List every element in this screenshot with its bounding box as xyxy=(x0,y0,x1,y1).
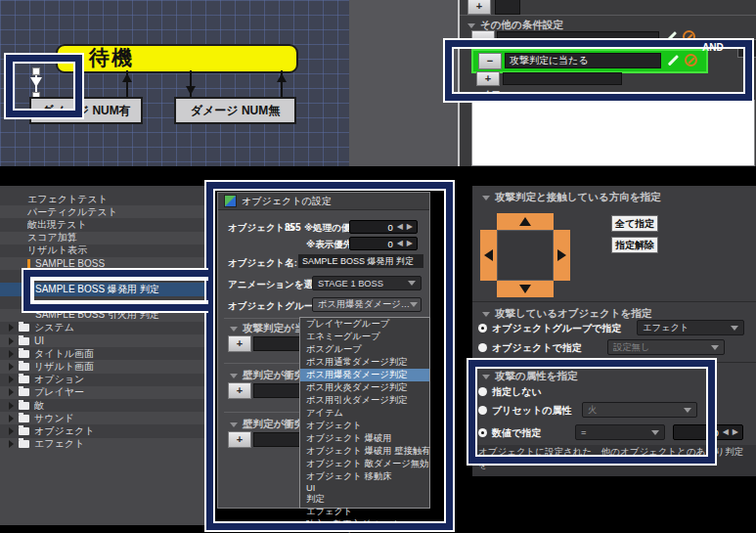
add-wall-condition-button[interactable]: + xyxy=(228,382,251,399)
tree-row-result-display[interactable]: リザルト表示 xyxy=(0,244,208,257)
tree-folder-ui[interactable]: UI xyxy=(0,334,208,347)
dialog-titlebar[interactable]: オブジェクトの設定 xyxy=(218,193,429,210)
tree-folder-player[interactable]: プレイヤー xyxy=(0,386,208,399)
add-condition-button[interactable]: + xyxy=(476,71,500,86)
state-node-wait[interactable]: 待機 xyxy=(56,44,298,73)
attacker-group-dropdown[interactable]: エフェクト xyxy=(637,320,744,335)
stepper-left-icon[interactable]: ◀ xyxy=(723,428,729,436)
remove-condition-button[interactable]: − xyxy=(478,53,502,69)
deselect-directions-button[interactable]: 指定解除 xyxy=(611,237,658,253)
dropdown-option[interactable]: エフェクト xyxy=(300,506,429,518)
expand-arrow-icon[interactable] xyxy=(9,324,14,332)
condition-value-field[interactable]: 攻撃判定に当たる xyxy=(505,53,661,68)
expand-arrow-icon[interactable] xyxy=(9,415,14,422)
add-wall-condition-button-2[interactable]: + xyxy=(228,431,251,448)
section-direction[interactable]: 攻撃判定と接触している方向を指定 xyxy=(482,191,660,204)
state-node-damage-none[interactable]: ダメージ NUM無 xyxy=(174,97,296,124)
expand-arrow-icon[interactable] xyxy=(9,350,14,358)
object-group-dropdown[interactable]: ボス用爆発ダメージ… xyxy=(312,297,422,312)
expand-arrow-icon[interactable] xyxy=(9,337,14,345)
section-attribute[interactable]: 攻撃の属性を指定 xyxy=(482,370,578,383)
dropdown-option[interactable]: プレイヤーグループ xyxy=(300,318,429,331)
tree-folder-enemy[interactable]: 敵 xyxy=(0,399,208,412)
expand-arrow-icon[interactable] xyxy=(9,376,14,383)
animation-dropdown[interactable]: STAGE 1 BOSS xyxy=(312,276,422,290)
tree-row-particle-test[interactable]: パーティクルテスト xyxy=(0,205,208,218)
flowchart-grid-canvas[interactable] xyxy=(0,0,349,166)
section-attacker[interactable]: 攻撃しているオブジェクトを指定 xyxy=(482,307,651,321)
preset-attribute-dropdown[interactable]: 火 xyxy=(582,402,697,418)
tree-row-enemy-spawn-test[interactable]: 敵出現テスト xyxy=(0,218,208,231)
tree-folder-options[interactable]: オプション xyxy=(0,374,208,386)
dropdown-option[interactable]: UI xyxy=(300,483,429,493)
condition-slot-field[interactable] xyxy=(495,0,520,15)
condition-row-field[interactable] xyxy=(503,72,622,85)
tree-row-score-add[interactable]: スコア加算 xyxy=(0,232,208,244)
dropdown-option[interactable]: アイテム xyxy=(300,407,429,420)
tree-row-effect-test[interactable]: エフェクトテスト xyxy=(0,193,208,205)
expand-arrow-icon[interactable] xyxy=(9,440,14,448)
tree-folder-system[interactable]: システム xyxy=(0,322,208,334)
add-condition-button-top[interactable]: + xyxy=(467,0,491,15)
dropdown-option[interactable]: ボス用通常ダメージ判定 xyxy=(300,356,429,369)
direction-center-cell[interactable] xyxy=(497,230,554,281)
radio-specify-by-object[interactable] xyxy=(478,343,487,352)
prohibition-icon[interactable] xyxy=(683,30,695,43)
stepper-right-icon[interactable]: ▶ xyxy=(733,428,738,436)
dropdown-option[interactable]: ボスグループ xyxy=(300,343,429,356)
tree-folder-title-screen[interactable]: タイトル画面 xyxy=(0,347,208,360)
dropdown-option[interactable]: オブジェクト 爆破用 xyxy=(300,432,429,445)
tree-folder-object[interactable]: オブジェクト xyxy=(0,424,208,437)
tree-row-sample-boss-ignite[interactable]: SAMPLE BOSS 引火用 判定 xyxy=(0,309,208,322)
select-all-directions-button[interactable]: 全て指定 xyxy=(611,215,658,232)
dropdown-option-selected[interactable]: ボス用爆発ダメージ判定 xyxy=(300,369,429,381)
radio-preset-attribute[interactable] xyxy=(478,406,487,415)
object-name-field[interactable]: SAMPLE BOSS 爆発用 判定 xyxy=(298,254,423,268)
attacker-object-dropdown[interactable]: 設定無し xyxy=(607,339,725,355)
expand-arrow-icon[interactable] xyxy=(9,363,14,371)
tree-folder-sound[interactable]: サウンド xyxy=(0,412,208,424)
dropdown-option[interactable]: 判定 xyxy=(300,493,429,506)
expand-arrow-icon[interactable] xyxy=(9,402,14,410)
tree-row-sample-boss[interactable]: SAMPLE BOSS xyxy=(0,257,208,270)
operator-dropdown-partial[interactable] xyxy=(737,39,756,58)
stepper-right-icon[interactable]: ▶ xyxy=(407,223,413,231)
display-priority-stepper[interactable]: 0 ◀ ▶ xyxy=(349,237,418,250)
direction-down-button[interactable] xyxy=(497,281,554,297)
dropdown-option[interactable]: ボス用引火ダメージ判定 xyxy=(300,394,429,407)
tree-folder-result-screen[interactable]: リザルト画面 xyxy=(0,360,208,373)
expand-arrow-icon[interactable] xyxy=(9,427,14,435)
tree-row-sample-boss-explosion[interactable]: SAMPLE BOSS 爆発用 判定 xyxy=(0,283,208,295)
stepper-left-icon[interactable]: ◀ xyxy=(397,240,403,247)
process-priority-stepper[interactable]: 0 ◀ ▶ xyxy=(349,220,418,234)
transition-handle-top[interactable] xyxy=(32,67,40,75)
direction-up-button[interactable] xyxy=(497,213,554,230)
radio-numeric-attribute[interactable] xyxy=(478,428,487,437)
memo-textarea[interactable] xyxy=(471,100,755,166)
tree-row-sample-boss-normal[interactable]: SAMPLE BOSS 通常用 判定 xyxy=(0,270,208,283)
condition-row-field[interactable] xyxy=(497,31,659,44)
dropdown-option[interactable]: 味方・敵両方ダメージ xyxy=(300,518,429,531)
attribute-number-stepper[interactable]: 60 ◀ ▶ xyxy=(673,424,743,440)
dropdown-option[interactable]: エネミーグループ xyxy=(300,331,429,343)
dropdown-option[interactable]: ボス用火炎ダメージ判定 xyxy=(300,381,429,394)
condition-row-selected[interactable]: − 攻撃判定に当たる xyxy=(471,49,708,73)
stepper-right-icon[interactable]: ▶ xyxy=(407,240,413,247)
dropdown-option[interactable]: オブジェクト 爆破用 壁接触有 xyxy=(300,445,429,458)
add-attack-condition-button[interactable]: + xyxy=(228,335,251,352)
operator-dropdown[interactable]: = xyxy=(575,424,665,440)
edit-pencil-icon[interactable] xyxy=(663,29,679,43)
expand-arrow-icon[interactable] xyxy=(9,388,14,396)
edit-pencil-icon[interactable] xyxy=(665,52,681,67)
tree-row-hidden[interactable] xyxy=(0,296,208,309)
direction-left-button[interactable] xyxy=(480,230,497,281)
stepper-left-icon[interactable]: ◀ xyxy=(397,223,403,231)
radio-no-attribute[interactable] xyxy=(478,387,487,396)
prohibition-icon[interactable] xyxy=(685,54,697,67)
dropdown-option[interactable]: オブジェクト 移動床 xyxy=(300,470,429,483)
dropdown-option[interactable]: オブジェクト xyxy=(300,420,429,432)
radio-specify-by-group[interactable] xyxy=(478,324,487,333)
direction-right-button[interactable] xyxy=(554,230,570,281)
tree-folder-effect[interactable]: エフェクト xyxy=(0,438,208,451)
dropdown-option[interactable]: オブジェクト 敵ダメージ無効 xyxy=(300,458,429,470)
